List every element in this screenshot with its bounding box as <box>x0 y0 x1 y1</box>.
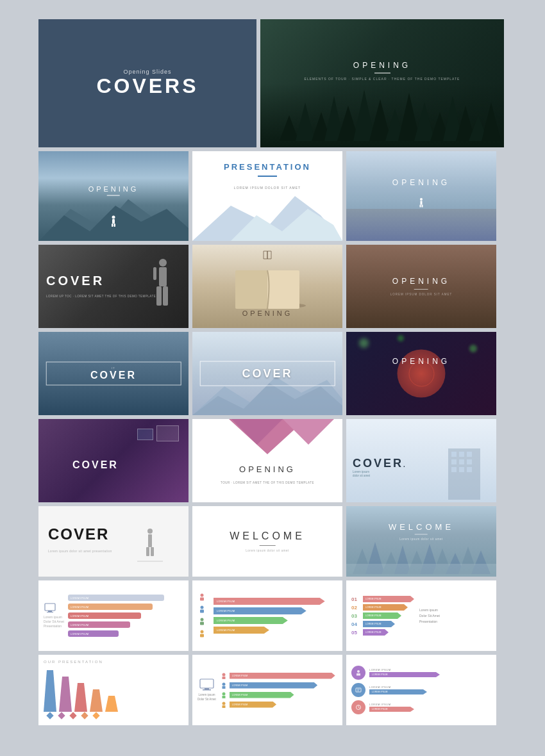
building-illustration <box>439 442 490 502</box>
row-3: COVER LOREM UP TOC · LOREM SIT AMET THE … <box>38 245 507 328</box>
diag-3 <box>74 683 87 712</box>
slide-presentation[interactable]: PRESENTATION LOREM IPSUM DOLOR SIT AMET <box>192 151 342 241</box>
flowers-sub: TOUR · LOREM SIT AMET THE OF THIS DEMO T… <box>221 481 314 484</box>
svg-rect-88 <box>356 688 361 692</box>
bar-4: LOREM IPSUM <box>68 621 130 628</box>
svg-rect-24 <box>421 201 423 205</box>
slide-flowers-opening[interactable]: OPENING TOUR · LOREM SIT AMET THE OF THI… <box>192 419 342 502</box>
svg-rect-19 <box>112 224 113 227</box>
pres-mountain-svg <box>192 196 342 241</box>
slide-room-cover[interactable]: COVER <box>38 419 189 502</box>
svg-point-73 <box>201 630 204 633</box>
svg-rect-41 <box>467 452 472 457</box>
svg-marker-0 <box>280 115 299 141</box>
mountains-title: OPENING <box>46 185 181 193</box>
svg-rect-30 <box>163 286 168 306</box>
slide-welcome-white[interactable]: WELCOME Lorem ipsum dolor sit amet <box>192 506 342 577</box>
cover-mount-title: COVER <box>242 367 292 380</box>
slide-infographic-6[interactable]: LOREM IPSUM LOREM IPSUM LOREM IPSUM LORE… <box>346 655 496 725</box>
svg-rect-18 <box>112 219 115 224</box>
slide-opening-forest[interactable]: OPENING ELEMENTS OF TOUR · SIMPLE & CLEA… <box>260 19 504 147</box>
svg-point-80 <box>222 682 225 686</box>
inf2-arrows: LOREM IPSUM LOREM IPSUM LOREM IPSUM LORE… <box>214 586 337 646</box>
svg-point-23 <box>420 198 423 201</box>
lake-text: OPENING <box>354 178 489 187</box>
lake-reflection <box>346 564 496 577</box>
cover-white-person-svg <box>137 526 163 564</box>
building-cover-title: COVER. <box>353 457 407 470</box>
svg-rect-51 <box>148 534 152 547</box>
person-svg <box>110 215 117 227</box>
slide-infographic-4[interactable]: OUR PRESENTATION <box>38 655 189 725</box>
cover-mount-text: COVER <box>200 361 335 386</box>
inf1-lorem: Lorem ipsumDolor Sit AmetPresentation <box>44 615 64 629</box>
artwork-1 <box>156 425 179 441</box>
inf5-bars: LOREM IPSUM LOREM IPSUM LOREM IPSUM <box>220 660 337 720</box>
svg-rect-39 <box>451 452 457 457</box>
slide-infographic-5[interactable]: Lorem ipsumDolor Sit Amet LOREM IPSUM LO… <box>192 655 342 725</box>
divider5 <box>415 534 428 534</box>
welcome-lake-sub: Lorem ipsum dolor sit amet <box>354 537 489 540</box>
bokeh-2 <box>398 335 404 341</box>
bar-1: LOREM IPSUM <box>68 595 164 601</box>
svg-rect-77 <box>203 689 211 691</box>
slide-cover-frame-mountains[interactable]: IT COVER <box>38 332 189 415</box>
slide-building-cover[interactable]: COVER. Lorem ipsumdolor sit amet <box>346 419 496 502</box>
welcome-lake-title: WELCOME <box>354 522 489 531</box>
slide-infographic-2[interactable]: LOREM IPSUM LOREM IPSUM LOREM IPSUM LORE… <box>192 580 342 651</box>
bokeh-title: OPENING <box>354 357 489 366</box>
slide-cover-mountains[interactable]: COVER <box>192 332 342 415</box>
bar-2: LOREM IPSUM <box>68 604 153 610</box>
svg-rect-25 <box>420 205 421 208</box>
arrow-bar-4: LOREM IPSUM <box>214 627 269 634</box>
building-text: COVER. Lorem ipsumdolor sit amet <box>353 457 407 479</box>
inf5-lorem: Lorem ipsumDolor Sit Amet <box>197 693 216 702</box>
svg-rect-74 <box>200 634 204 637</box>
inf3-row-4: 04 LOREM IPSUM <box>351 621 414 627</box>
slide-book-opening[interactable]: OPENING <box>192 245 342 328</box>
svg-rect-26 <box>422 205 423 208</box>
bar-5: LOREM IPSUM <box>68 630 119 637</box>
slide-mountains-opening[interactable]: OPENING <box>38 151 189 241</box>
slide-covers[interactable]: Opening Slides COVERS <box>38 19 256 147</box>
person-icon-1 <box>197 593 206 602</box>
slide-infographic-3[interactable]: 01 LOREM IPSUM 02 LOREM IPSUM 03 LOREM I… <box>346 580 496 651</box>
svg-point-71 <box>201 618 204 621</box>
infographic-2-content: LOREM IPSUM LOREM IPSUM LOREM IPSUM LORE… <box>192 580 342 651</box>
slide-bokeh-opening[interactable]: OPENING <box>346 332 496 415</box>
circle-row-3: LOREM IPSUM LOREM IPSUM <box>351 700 491 714</box>
svg-rect-29 <box>156 286 162 306</box>
slide-lake-opening[interactable]: OPENING <box>346 151 496 241</box>
divider4 <box>260 545 276 546</box>
svg-point-86 <box>357 670 360 673</box>
svg-rect-44 <box>467 459 472 464</box>
cover-white-title: COVER <box>48 525 109 543</box>
bokeh-1 <box>359 338 369 348</box>
row-5: COVER OPENING TOUR · LOREM SIT AMET THE … <box>38 419 507 502</box>
inf3-row-2: 02 LOREM IPSUM <box>351 604 414 611</box>
inf1-bars: LOREM IPSUM LOREM IPSUM LOREM IPSUM LORE… <box>68 586 183 646</box>
slide-forest2-opening[interactable]: OPENING LOREM IPSUM DOLOR SIT AMET <box>346 245 496 328</box>
svg-rect-43 <box>459 459 464 464</box>
book-visual-svg <box>229 258 312 312</box>
forest2-sub: LOREM IPSUM DOLOR SIT AMET <box>354 293 489 296</box>
svg-rect-47 <box>467 467 472 472</box>
welcome-white-text: WELCOME Lorem ipsum dolor sit amet <box>200 530 335 552</box>
divider <box>374 73 390 74</box>
slide-infographic-1[interactable]: Lorem ipsumDolor Sit AmetPresentation LO… <box>38 580 189 651</box>
svg-rect-68 <box>200 597 204 600</box>
trees-svg <box>260 83 504 141</box>
svg-rect-45 <box>451 467 457 472</box>
person-icon-3 <box>197 618 206 627</box>
row-4: IT COVER COVER <box>38 332 507 415</box>
book-text: OPENING <box>192 307 342 318</box>
slide-bw-cover[interactable]: COVER LOREM UP TOC · LOREM SIT AMET THE … <box>38 245 189 328</box>
slide-welcome-lake[interactable]: WELCOME Lorem ipsum dolor sit amet <box>346 506 496 577</box>
diag-1 <box>44 670 56 712</box>
infographic-5-content: Lorem ipsumDolor Sit Amet LOREM IPSUM LO… <box>192 655 342 725</box>
book-visual <box>229 258 306 309</box>
svg-point-27 <box>159 259 167 267</box>
cover-white-person <box>137 526 163 567</box>
slide-cover-white[interactable]: COVER Lorem ipsum dolor sit amet present… <box>38 506 189 577</box>
pres-sub: LOREM IPSUM DOLOR SIT AMET <box>234 186 301 190</box>
